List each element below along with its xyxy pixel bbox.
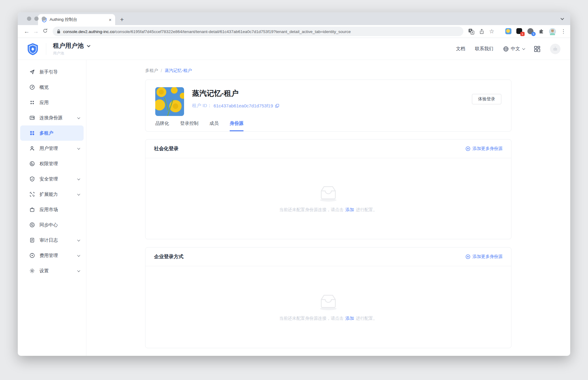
chevron-down-icon [77, 116, 80, 119]
chevron-down-icon [77, 147, 80, 150]
browser-toolbar: ← → console.dev2.authing-inc.co/console/… [18, 25, 570, 38]
url-path: /console/6195faf7d45ccef78322e864/tenant… [114, 29, 351, 34]
traffic-lights[interactable] [27, 17, 46, 21]
chevron-down-icon [77, 177, 80, 180]
extension-icon [29, 192, 35, 197]
url-domain: console.dev2.authing-inc.co [63, 29, 114, 34]
sidebar-item-guide[interactable]: 新手引导 [20, 64, 84, 80]
plus-circle-icon [466, 146, 470, 151]
add-link[interactable]: 添加 [345, 316, 354, 321]
tab-close-icon[interactable]: × [109, 17, 111, 22]
tab-branding[interactable]: 品牌化 [155, 121, 169, 131]
profile-avatar[interactable] [549, 28, 556, 35]
dashboard-icon [29, 84, 35, 90]
chevron-down-icon [77, 238, 80, 241]
empty-state-text: 当前还未配置身份源连接，请点击添加进行配置。 [279, 207, 377, 213]
user-avatar[interactable] [550, 44, 560, 54]
market-bag-icon [29, 207, 35, 212]
main-content: 多租户 / 蒸汽记忆-租户 蒸汽记忆-租户 租户 ID： 61c437ab61e… [86, 60, 570, 356]
chevron-down-icon [522, 47, 525, 50]
new-tab-button[interactable]: + [120, 16, 124, 23]
sidebar-item-billing[interactable]: 费用管理 [20, 248, 84, 263]
sidebar-item-audit-log[interactable]: 审计日志 [20, 233, 84, 248]
forward-button[interactable]: → [31, 28, 40, 35]
tenant-avatar [155, 87, 184, 116]
reload-button[interactable] [40, 28, 50, 35]
paper-plane-icon [29, 69, 35, 75]
tab-identity-source[interactable]: 身份源 [230, 121, 243, 131]
chevron-down-icon [77, 254, 80, 257]
sidebar-item-permission-management[interactable]: 权限管理 [20, 156, 84, 171]
tab-title: Authing 控制台 [50, 17, 106, 22]
share-icon[interactable] [479, 29, 484, 34]
multi-tenant-icon [29, 130, 35, 136]
sidebar-item-security-management[interactable]: 安全管理 [20, 171, 84, 187]
browser-menu-icon[interactable]: ⋮ [561, 28, 566, 35]
language-selector[interactable]: 中文 [503, 46, 524, 52]
language-label: 中文 [511, 46, 520, 52]
address-bar[interactable]: console.dev2.authing-inc.co/console/6195… [53, 27, 463, 36]
breadcrumb: 多租户 / 蒸汽记忆-租户 [145, 68, 511, 73]
sidebar: 新手引导 概览 应用 连接身份源 多租户 用户管理 [18, 60, 86, 356]
tenant-name: 蒸汽记忆-租户 [192, 88, 279, 98]
tab-login-control[interactable]: 登录控制 [180, 121, 198, 131]
audit-doc-icon [29, 237, 35, 243]
permission-icon [29, 161, 35, 166]
sidebar-item-multi-tenant[interactable]: 多租户 [20, 125, 84, 141]
tab-members[interactable]: 成员 [209, 121, 219, 131]
contact-link[interactable]: 联系我们 [475, 46, 493, 52]
sidebar-item-applications[interactable]: 应用 [20, 95, 84, 110]
app-header: 租户用户池 用户池 文档 联系我们 中文 [18, 38, 570, 60]
extension-colorful-icon[interactable] [505, 28, 512, 35]
try-login-button[interactable]: 体验登录 [472, 94, 501, 104]
globe-icon [503, 46, 509, 52]
lock-icon [57, 29, 60, 34]
authing-logo-icon[interactable] [26, 43, 39, 55]
chevron-down-icon [77, 192, 80, 196]
shield-check-icon [29, 176, 35, 182]
workspace-switcher[interactable]: 租户用户池 用户池 [53, 42, 89, 56]
empty-state-text: 当前还未配置身份源连接，请点击添加进行配置。 [279, 316, 377, 321]
docs-link[interactable]: 文档 [456, 46, 465, 52]
tab-search-chevron-icon[interactable] [560, 17, 564, 20]
workspace-title: 租户用户池 [53, 42, 84, 50]
copy-icon[interactable] [275, 104, 279, 108]
sidebar-item-identity-sources[interactable]: 连接身份源 [20, 110, 84, 125]
tenant-card: 蒸汽记忆-租户 租户 ID： 61c437ab61ea0c7d1d753f19 … [145, 80, 511, 132]
tenant-id-label: 租户 ID： [192, 103, 212, 109]
tab-strip: Authing 控制台 × + [18, 12, 570, 25]
sidebar-item-settings[interactable]: 设置 [20, 263, 84, 278]
user-icon [29, 146, 35, 151]
bookmark-star-icon[interactable]: ☆ [489, 28, 494, 35]
app-grid-icon[interactable] [534, 46, 540, 52]
breadcrumb-parent[interactable]: 多租户 [145, 68, 158, 73]
extension-notion-icon[interactable]: 1 [516, 28, 523, 35]
back-button[interactable]: ← [22, 28, 31, 35]
sidebar-item-sync-center[interactable]: 同步中心 [20, 217, 84, 233]
sidebar-item-extensions[interactable]: 扩展能力 [20, 187, 84, 202]
section-title: 社会化登录 [154, 146, 179, 152]
translate-icon[interactable] [468, 28, 474, 35]
sync-icon [29, 222, 35, 228]
extension-github-icon[interactable]: 3 [527, 28, 534, 35]
workspace-subtitle: 用户池 [53, 51, 89, 56]
add-link[interactable]: 添加 [345, 207, 354, 212]
extensions-puzzle-icon[interactable] [538, 28, 544, 34]
sidebar-item-overview[interactable]: 概览 [20, 80, 84, 95]
section-title: 企业登录方式 [154, 254, 183, 260]
chevron-down-icon [87, 43, 90, 47]
sidebar-item-app-market[interactable]: 应用市场 [20, 202, 84, 217]
empty-tray-icon [317, 184, 340, 202]
tenant-id-value: 61c437ab61ea0c7d1d753f19 [213, 103, 273, 108]
tenant-tabs: 品牌化 登录控制 成员 身份源 [155, 121, 243, 131]
browser-tab[interactable]: Authing 控制台 × [38, 14, 115, 25]
gear-icon [29, 268, 35, 274]
social-login-section: 社会化登录 添加更多身份源 当前还未配置身份源连接，请点击添加进行配置。 [145, 139, 511, 239]
add-identity-source-link[interactable]: 添加更多身份源 [466, 146, 503, 151]
add-identity-source-link[interactable]: 添加更多身份源 [466, 254, 503, 259]
sidebar-item-user-management[interactable]: 用户管理 [20, 141, 84, 156]
enterprise-login-section: 企业登录方式 添加更多身份源 当前还未配置身份源连接，请点击添加进行配置。 [145, 247, 511, 348]
empty-tray-icon [317, 293, 340, 311]
header-divider [46, 43, 46, 55]
browser-window: Authing 控制台 × + ← → console.dev2.authing… [18, 12, 570, 356]
